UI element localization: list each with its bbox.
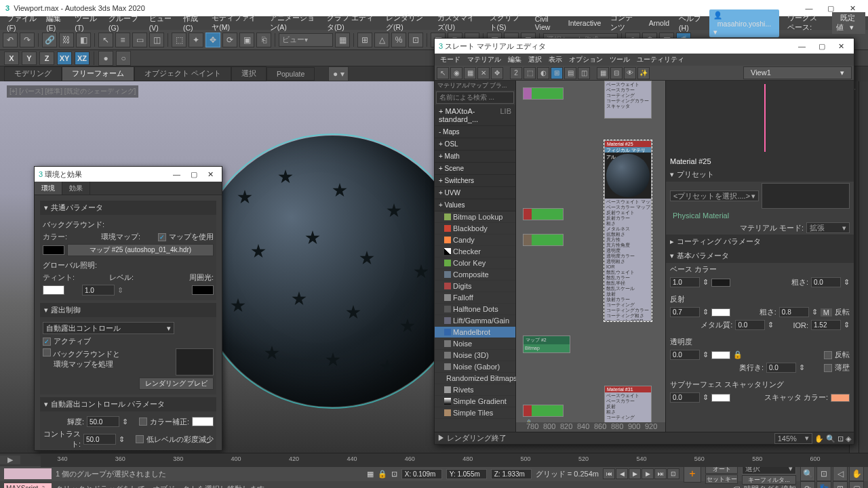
slate-min-button[interactable]: —: [793, 42, 811, 50]
use-map-check[interactable]: [158, 233, 166, 241]
smenu-tool[interactable]: ツール: [607, 54, 633, 65]
menu-civilview[interactable]: Civil View: [531, 14, 563, 33]
nav-zoom[interactable]: 🔍: [800, 466, 815, 481]
smenu-view[interactable]: 表示: [546, 54, 565, 65]
tab-freeform[interactable]: フリーフォーム: [62, 66, 134, 81]
bg-color-swatch[interactable]: [43, 245, 64, 255]
next-frame[interactable]: ▶: [642, 468, 654, 479]
sss-swatch[interactable]: [711, 394, 730, 402]
sss-input[interactable]: [670, 392, 700, 403]
nav-orbit[interactable]: ⟳: [800, 481, 815, 488]
env-max-button[interactable]: ▢: [186, 170, 201, 178]
cat-math[interactable]: + Math: [435, 150, 515, 163]
active-check[interactable]: [43, 338, 51, 346]
menu-customize[interactable]: カスタマイズ(U): [433, 12, 484, 34]
item-colorkey[interactable]: Color Key: [435, 258, 515, 269]
angle-snap[interactable]: △: [374, 33, 389, 47]
item-mandelbrot[interactable]: Mandelbrot: [435, 327, 515, 338]
exposure-dropdown[interactable]: 自動露出コントロール▾: [43, 322, 174, 334]
item-blackbody[interactable]: Blackbody: [435, 223, 515, 235]
item-simpletiles[interactable]: Simple Tiles: [435, 407, 515, 419]
item-composite[interactable]: Composite: [435, 269, 515, 281]
spinner-snap[interactable]: ⊡: [408, 33, 423, 47]
smenu-mode[interactable]: モード: [437, 54, 463, 65]
redo-button[interactable]: ↷: [20, 33, 35, 47]
map-node-bitmap[interactable]: マップ #2 Bitmap: [523, 336, 570, 353]
st-assign[interactable]: ◉: [450, 67, 462, 79]
depth-input[interactable]: [766, 363, 796, 373]
rough1-input[interactable]: [811, 277, 841, 287]
menu-script[interactable]: スクリプト(S): [486, 12, 530, 34]
item-checker[interactable]: Checker: [435, 246, 515, 258]
axis-xz[interactable]: XZ: [75, 52, 90, 65]
tint-swatch[interactable]: [43, 285, 64, 295]
st-opt[interactable]: ◫: [578, 67, 590, 79]
ambient-swatch[interactable]: [192, 285, 214, 295]
rollout-basic[interactable]: ▾ 基本パラメータ: [666, 249, 854, 263]
st-del[interactable]: ✕: [477, 67, 490, 79]
st-layout[interactable]: ▦: [597, 67, 609, 79]
base-input[interactable]: [670, 277, 700, 287]
lock-selection-icon[interactable]: ▦: [367, 470, 374, 479]
env-tab-effects[interactable]: 効果: [62, 182, 90, 195]
lock-icon[interactable]: 🔒: [733, 350, 743, 359]
st-wand[interactable]: ✨: [637, 67, 650, 79]
mat-node-top[interactable]: ベースウェイトベースカラーコーティングコーティングカラースキャッタ: [604, 81, 652, 119]
nav-walk[interactable]: 👣: [816, 481, 831, 488]
tool-icon[interactable]: ●: [98, 51, 113, 66]
smenu-edit[interactable]: 編集: [505, 54, 524, 65]
pivot-button[interactable]: ▦: [335, 33, 350, 47]
smenu-select[interactable]: 選択: [526, 54, 545, 65]
item-simplegradient[interactable]: Simple Gradient: [435, 396, 515, 407]
nav-pan[interactable]: ✋: [849, 466, 864, 481]
slate-close-button[interactable]: ✕: [833, 42, 850, 50]
cat-maps[interactable]: - Maps: [435, 126, 515, 138]
nav-fit-icon[interactable]: ⊡: [837, 434, 844, 443]
browser-search[interactable]: 名前による検索 ...: [436, 92, 514, 104]
tool-icon2[interactable]: ○: [116, 51, 131, 66]
smenu-material[interactable]: マテリアル: [465, 54, 504, 65]
item-randbitmap[interactable]: Randomized Bitmaps: [435, 373, 515, 384]
st-move[interactable]: ✥: [491, 67, 503, 79]
menu-interactive[interactable]: Interactive: [564, 18, 605, 28]
menu-rendering[interactable]: レンダリング(R): [382, 12, 432, 34]
undo-button[interactable]: ↶: [3, 33, 18, 47]
rotate-button[interactable]: ⟳: [222, 33, 237, 47]
cat-switchers[interactable]: + Switchers: [435, 175, 515, 187]
slate-max-button[interactable]: ▢: [813, 42, 831, 50]
axis-z[interactable]: Z: [39, 52, 54, 65]
item-noisegabor[interactable]: Noise (Gabor): [435, 361, 515, 373]
nav-fov[interactable]: ◁: [833, 466, 848, 481]
cat-osl[interactable]: + OSL: [435, 138, 515, 150]
select-name-button[interactable]: ≡: [115, 33, 130, 47]
item-rivets[interactable]: Rivets: [435, 384, 515, 396]
st-pick[interactable]: ↖: [437, 67, 449, 79]
nav-zoomall[interactable]: ⊡: [816, 466, 831, 481]
ref-coord-dropdown[interactable]: ビュー ▾: [279, 33, 333, 47]
menu-modifier[interactable]: モディファイヤ(M): [208, 12, 264, 34]
rollout-preset[interactable]: ▾ プリセット: [666, 167, 854, 182]
menu-help[interactable]: ヘルプ(H): [675, 13, 708, 33]
map-node3[interactable]: [523, 234, 564, 246]
scale-button[interactable]: ▣: [239, 33, 254, 47]
st-vid[interactable]: ▤: [564, 67, 576, 79]
rough2-input[interactable]: [779, 307, 809, 317]
axis-x[interactable]: X: [4, 52, 19, 65]
unlink-button[interactable]: ⛓: [59, 33, 74, 47]
time-tag-icon[interactable]: 🏷: [732, 485, 740, 488]
reflect-swatch[interactable]: [711, 308, 730, 317]
menu-create[interactable]: 作成(C): [179, 13, 206, 33]
env-tab-env[interactable]: 環境: [35, 182, 62, 195]
zoom-drop[interactable]: 145%▾: [774, 433, 812, 444]
select-button[interactable]: ↖: [98, 33, 113, 47]
metal-input[interactable]: [735, 320, 765, 330]
item-noise[interactable]: Noise: [435, 338, 515, 350]
lib-header[interactable]: + MAXtoA-standard_...LIB: [435, 105, 515, 126]
ribbon-toggle[interactable]: ● ▾: [328, 66, 349, 81]
item-bitmaplookup[interactable]: Bitmap Lookup: [435, 211, 515, 223]
item-noise3d[interactable]: Noise (3D): [435, 350, 515, 361]
addtag-label[interactable]: 時間タグを追加: [744, 484, 796, 489]
play-button[interactable]: ▶: [629, 468, 641, 479]
cc-swatch[interactable]: [192, 417, 214, 426]
menu-animation[interactable]: アニメーション(A): [266, 12, 321, 34]
